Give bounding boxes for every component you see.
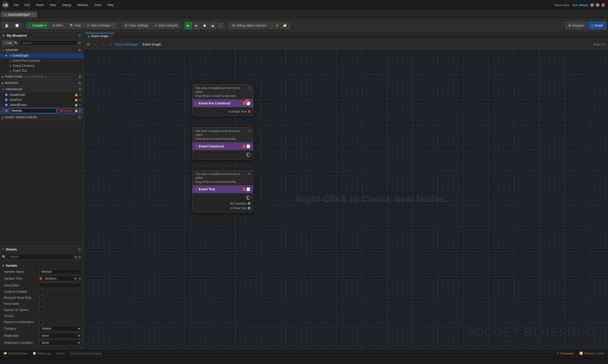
description-input[interactable] xyxy=(39,283,81,288)
event-graph-item[interactable]: ▼ ◈ EventGraph xyxy=(0,53,83,58)
details-header: ✏ Details ✕ xyxy=(0,246,83,253)
event-dispatchers-section-header[interactable]: ▶ EVENT DISPATCHERS ⊕ xyxy=(0,114,83,120)
debug-object-select[interactable]: No debug object selected xyxy=(229,22,279,29)
title-bar-left: UE File Edit Asset View Debug Window Too… xyxy=(2,2,115,9)
play-more-button[interactable]: ⋮ xyxy=(217,23,224,28)
private-checkbox[interactable] xyxy=(39,314,43,318)
event-graph-tab-close-icon[interactable]: ✕ xyxy=(110,35,112,37)
variable-goal-text[interactable]: GoalText 🔔 ▼ xyxy=(0,97,83,102)
description-value xyxy=(39,283,81,288)
graphs-add-icon[interactable]: ⊕ xyxy=(78,48,81,52)
graphs-section-header[interactable]: ▼ GRAPHS ⊕ xyxy=(0,47,83,53)
blueprint-read-only-checkbox[interactable] xyxy=(39,296,43,300)
close-button[interactable] xyxy=(601,3,605,7)
designer-button[interactable]: 🖥 Designer xyxy=(565,22,587,29)
node-tick-close-icon[interactable]: ✕ xyxy=(248,172,250,176)
instance-editable-checkbox[interactable] xyxy=(39,290,43,293)
details-settings-icon[interactable]: ⚙ xyxy=(78,255,81,259)
menu-window[interactable]: Window xyxy=(76,3,90,7)
menu-file[interactable]: File xyxy=(12,3,20,7)
breadcrumb-root[interactable]: SubGoalWidget xyxy=(114,42,137,46)
variable-name-input[interactable] xyxy=(39,269,81,274)
nav-back-icon[interactable]: ← xyxy=(92,42,98,47)
menu-tools[interactable]: Tools xyxy=(93,3,103,7)
save-button[interactable]: 💾 xyxy=(2,22,11,29)
debug-browse-button[interactable]: 📁 xyxy=(280,22,290,29)
new-var-name-input[interactable] xyxy=(10,108,56,113)
graph-canvas[interactable]: Right-Click to Create New Nodes. WIDGET … xyxy=(84,49,608,349)
blueprint-content: ▼ GRAPHS ⊕ ▼ ◈ EventGraph ◇ Event Pre Co… xyxy=(0,47,83,245)
class-settings-button[interactable]: ⚙ Class Settings xyxy=(122,22,151,29)
node-event-construct[interactable]: This node is disabled and will not be ca… xyxy=(192,127,253,160)
revision-control-button[interactable]: 🔀 Revision Control xyxy=(578,351,606,355)
variable-new-var[interactable]: Boolean 🔔 ▼ xyxy=(0,107,83,114)
variable-section-header[interactable]: ▼ Variable xyxy=(0,263,83,268)
blueprint-settings-icon[interactable]: ⚙ xyxy=(78,41,81,45)
details-close-icon[interactable]: ✕ xyxy=(78,247,81,251)
replication-condition-select[interactable]: None xyxy=(39,340,81,346)
macros-section-header[interactable]: ▶ MACROS ⊕ xyxy=(0,80,83,86)
category-select[interactable]: Default xyxy=(39,326,81,331)
nav-expand-icon[interactable]: ⤢ xyxy=(108,41,113,47)
functions-section-header[interactable]: ▶ FUNCTIONS (36 OVERRIDABLE) ⊕ xyxy=(0,74,83,80)
field-notify-checkbox[interactable] xyxy=(39,302,43,306)
graph-button[interactable]: ⬡ Graph xyxy=(589,22,606,29)
diff-dropdown-icon[interactable]: ▾ xyxy=(62,24,63,27)
event-graph-tab[interactable]: ◈ Event Graph ✕ xyxy=(85,33,115,39)
find-button[interactable]: 🔍 Find xyxy=(67,22,83,29)
menu-view[interactable]: View xyxy=(48,3,58,7)
hide-unrelated-button[interactable]: ⊡ Hide Unrelated ⋮ xyxy=(84,22,118,29)
compile-button[interactable]: ✓ Compile ▾ xyxy=(26,22,49,29)
main-tab[interactable]: ◈ SubGoalWidget* ✕ xyxy=(1,12,37,17)
functions-add-icon[interactable]: ⊕ xyxy=(78,75,81,79)
expose-to-cinematics-checkbox[interactable] xyxy=(39,320,43,324)
event-tick-item[interactable]: ◇ Event Tick xyxy=(0,68,83,73)
diff-button[interactable]: ⇄ Diff ▾ xyxy=(50,22,66,29)
node-event-tick[interactable]: This node is disabled and will not be ca… xyxy=(192,170,253,213)
nav-grid-icon[interactable]: ⊞ xyxy=(86,41,91,47)
blueprint-search-input[interactable] xyxy=(20,40,76,46)
minimize-button[interactable] xyxy=(590,3,594,7)
event-construct-item[interactable]: ◇ Event Construct xyxy=(0,63,83,68)
nav-forward-icon[interactable]: → xyxy=(100,42,106,47)
compile-dropdown-icon[interactable]: ▾ xyxy=(45,24,46,27)
tab-close-icon[interactable]: ✕ xyxy=(32,13,34,16)
ue-logo: UE xyxy=(2,2,9,9)
details-search-input[interactable] xyxy=(7,254,73,260)
node-construct-close-icon[interactable]: ✕ xyxy=(248,129,250,133)
variable-select-button[interactable]: SelectButton 🔔 ▼ xyxy=(0,102,83,107)
variables-section-header[interactable]: ▼ VARIABLES ⊕ xyxy=(0,86,83,92)
expose-on-spawn-checkbox[interactable] xyxy=(39,308,43,312)
node-pre-construct-close-icon[interactable]: ✕ xyxy=(248,86,250,90)
play-next-button[interactable]: ⏭ xyxy=(193,22,200,29)
menu-help[interactable]: Help xyxy=(106,3,115,7)
play-button[interactable]: ▶ xyxy=(185,22,192,29)
blueprint-close-icon[interactable]: ✕ xyxy=(78,33,81,37)
node-event-pre-construct[interactable]: This node is disabled and will not be ca… xyxy=(192,84,253,116)
console-command-input[interactable] xyxy=(68,351,553,356)
variable-type-select[interactable]: Boolean xyxy=(43,276,78,281)
eject-button[interactable]: ⏏ xyxy=(209,22,216,29)
maximize-button[interactable] xyxy=(596,3,599,7)
variable-goal-border[interactable]: GoalBorder 🔔 ▼ xyxy=(0,92,83,97)
variables-add-icon[interactable]: ⊕ xyxy=(78,87,81,91)
event-dispatchers-add-icon[interactable]: ⊕ xyxy=(78,115,81,119)
stop-button[interactable]: ⏹ xyxy=(201,22,208,29)
hide-unrelated-more-icon[interactable]: ⋮ xyxy=(112,24,115,27)
event-pre-construct-item[interactable]: ◇ Event Pre Construct xyxy=(0,58,83,63)
replication-select[interactable]: None xyxy=(39,333,81,338)
history-button[interactable]: 🕐 xyxy=(12,22,22,29)
content-drawer-button[interactable]: 📁 Content Drawer xyxy=(2,351,29,355)
cmd-button[interactable]: Cmd ▾ xyxy=(54,351,66,355)
expose-on-spawn-value xyxy=(39,308,81,312)
menu-edit[interactable]: Edit xyxy=(23,3,31,7)
add-button[interactable]: + Add xyxy=(2,40,14,46)
output-log-button[interactable]: 📋 Output Log xyxy=(31,351,52,355)
details-grid-icon[interactable]: ⊞ xyxy=(74,255,77,259)
variable-type-arrow-icon[interactable]: ▼ xyxy=(79,277,81,280)
macros-add-icon[interactable]: ⊕ xyxy=(78,81,81,85)
menu-debug[interactable]: Debug xyxy=(61,3,73,7)
unsaved-button[interactable]: ⚠ 2 Unsaved xyxy=(555,351,575,355)
class-defaults-button[interactable]: ✏ Class Defaults xyxy=(152,22,180,29)
menu-asset[interactable]: Asset xyxy=(34,3,45,7)
